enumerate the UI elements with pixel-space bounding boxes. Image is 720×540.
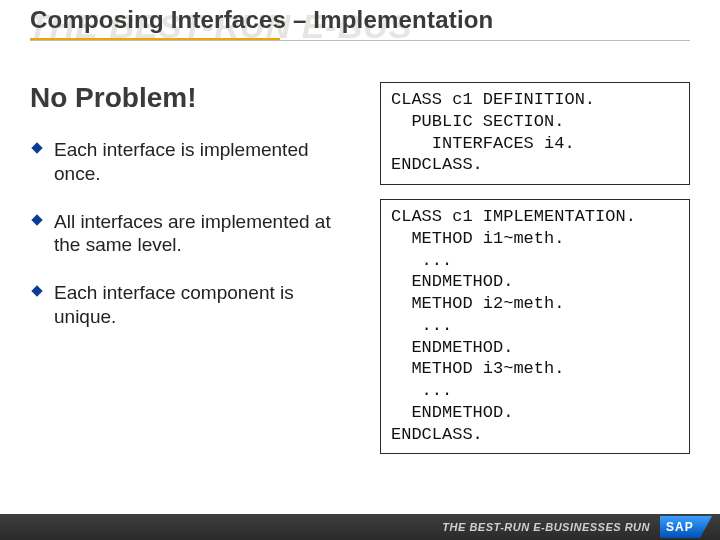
bullet-list: Each interface is implemented once. All … <box>30 138 360 329</box>
list-item: Each interface is implemented once. <box>30 138 360 186</box>
title-underline <box>30 40 690 41</box>
list-item: Each interface component is unique. <box>30 281 360 329</box>
sap-logo-icon: SAP <box>660 516 712 538</box>
slide-title: Composing Interfaces – Implementation <box>30 6 690 34</box>
bullet-text: All interfaces are implemented at the sa… <box>54 210 360 258</box>
footer-bar: THE BEST-RUN E-BUSINESSES RUN SAP <box>0 514 720 540</box>
bullet-text: Each interface component is unique. <box>54 281 360 329</box>
svg-rect-2 <box>31 285 42 296</box>
code-block-definition: CLASS c1 DEFINITION. PUBLIC SECTION. INT… <box>380 82 690 185</box>
logo-text: SAP <box>666 520 694 534</box>
footer-tagline: THE BEST-RUN E-BUSINESSES RUN <box>442 521 650 533</box>
diamond-bullet-icon <box>30 284 44 298</box>
svg-rect-1 <box>31 214 42 225</box>
left-column: No Problem! Each interface is implemente… <box>30 82 360 353</box>
list-item: All interfaces are implemented at the sa… <box>30 210 360 258</box>
svg-rect-0 <box>31 142 42 153</box>
diamond-bullet-icon <box>30 141 44 155</box>
bullet-text: Each interface is implemented once. <box>54 138 360 186</box>
code-block-implementation: CLASS c1 IMPLEMENTATION. METHOD i1~meth.… <box>380 199 690 454</box>
slide: THE BEST-RUN E-BUS Composing Interfaces … <box>0 0 720 540</box>
right-column: CLASS c1 DEFINITION. PUBLIC SECTION. INT… <box>380 82 690 468</box>
headline: No Problem! <box>30 82 360 114</box>
diamond-bullet-icon <box>30 213 44 227</box>
